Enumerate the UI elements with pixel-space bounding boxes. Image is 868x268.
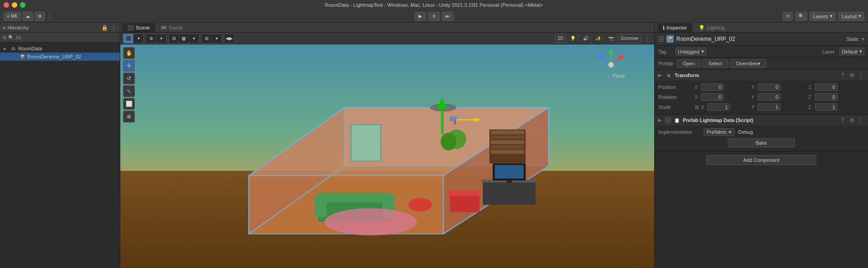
hier-item-roomdeneme[interactable]: ▶ 📦 RoomDeneme_URP_02 ⋮ — [0, 53, 120, 61]
tab-game[interactable]: 🎮 Game — [155, 23, 188, 32]
svg-rect-27 — [491, 131, 524, 135]
tab-lighting[interactable]: 💡 Lighting — [693, 23, 730, 32]
layer-dropdown-icon: ▾ — [859, 49, 862, 54]
transform-all-btn[interactable]: ⊕ — [123, 111, 135, 122]
persp-toggle-btn[interactable]: 2D — [555, 34, 566, 43]
hand-tool-btn[interactable]: ✋ — [123, 47, 135, 59]
more-icon[interactable]: ⋮ — [112, 46, 116, 51]
title-bar: RoomData - LightmapTest - Windows, Mac, … — [0, 0, 868, 10]
prefab-select-btn[interactable]: Select — [702, 59, 728, 68]
move-mode-btn[interactable]: ⊕ — [146, 34, 156, 43]
scale-x-input[interactable] — [707, 103, 730, 111]
scale-y-input[interactable] — [758, 103, 780, 111]
object-name: RoomDeneme_URP_02 — [676, 36, 843, 42]
implementation-dropdown[interactable]: Prefabric ▾ — [704, 128, 735, 136]
audio-toggle-btn[interactable]: 🔊 — [580, 34, 591, 43]
search-button[interactable]: 🔍 — [795, 12, 807, 21]
transform-title: Transform — [675, 73, 836, 78]
draw-tool-btn[interactable]: ⬛ — [123, 34, 133, 43]
tab-scene[interactable]: ⬛ Scene — [122, 23, 155, 32]
lightmap-header[interactable]: ▶ ✓ 📋 Prefab Lightmap Data (Script) ? ⚙ … — [655, 115, 868, 126]
layers-dropdown[interactable]: Layers ▾ — [810, 12, 836, 21]
account-button[interactable]: ≡ MK — [4, 12, 21, 21]
snap-tools-group: ⊞ ▾ — [201, 34, 222, 44]
scene-more-btn[interactable]: ⋮ — [642, 35, 651, 42]
grid-btn[interactable]: ⊞ — [169, 34, 179, 43]
account-group: ≡ MK ☁ ⚙ — [4, 12, 45, 21]
move-tool-btn[interactable]: ✛ — [123, 60, 135, 72]
more-icon[interactable]: ⋮ — [112, 54, 116, 59]
scale-link-axis: ⛓ X — [695, 103, 750, 111]
active-toggle[interactable]: ✓ — [658, 36, 664, 42]
transform-settings-icon[interactable]: ⚙ — [848, 72, 855, 79]
hierarchy-panel: ≡ Hierarchy 🔒 ⋮ ⊞ 🔍 All ▶ 🗂 RoomData ⋮ ▶ — [0, 23, 120, 268]
lightmap-help-icon[interactable]: ? — [839, 117, 846, 124]
position-z-input[interactable] — [815, 83, 838, 91]
debug-button[interactable]: Debug — [738, 129, 753, 135]
snap-dropdown[interactable]: ▾ — [212, 34, 222, 43]
position-y-input[interactable] — [758, 83, 780, 91]
layer-dropdown[interactable]: Default ▾ — [839, 48, 864, 55]
hierarchy-expand-icon: ≡ — [3, 25, 5, 30]
prefab-open-btn[interactable]: Open — [676, 59, 700, 68]
light-toggle-btn[interactable]: 💡 — [567, 34, 578, 43]
hierarchy-content[interactable]: ▶ 🗂 RoomData ⋮ ▶ 📦 RoomDeneme_URP_02 ⋮ — [0, 43, 120, 268]
effects-toggle-btn[interactable]: ✨ — [593, 34, 604, 43]
transform-header[interactable]: ▶ ⊕ Transform ? ⚙ ⋮ — [655, 70, 868, 81]
lightmap-more-icon[interactable]: ⋮ — [857, 117, 864, 124]
gizmos-toggle-btn[interactable]: Gizmos ▾ — [618, 34, 641, 43]
static-dropdown-icon[interactable]: ▾ — [862, 36, 864, 42]
grid-dropdown[interactable]: ▾ — [189, 34, 199, 43]
transform-expand-icon: ▶ — [658, 73, 663, 78]
minimize-button[interactable] — [12, 2, 17, 8]
sx-label: X — [701, 105, 706, 110]
settings-button[interactable]: ⚙ — [35, 12, 45, 21]
grid-sub-btn[interactable]: ▦ — [179, 34, 189, 43]
lightmap-title: Prefab Lightmap Data (Script) — [683, 117, 836, 123]
cloud-button[interactable]: ☁ — [22, 12, 33, 21]
hierarchy-more-icon[interactable]: ⋮ — [110, 24, 117, 31]
svg-point-37 — [441, 133, 457, 151]
add-component-btn[interactable]: Add Component — [706, 155, 816, 165]
rotation-y-input[interactable] — [758, 93, 780, 101]
bake-button[interactable]: Bake — [728, 138, 794, 147]
play-button[interactable]: ▶ — [414, 12, 426, 21]
nav-tools-group: ◀▶ — [224, 34, 235, 44]
hierarchy-lock-icon[interactable]: 🔒 — [101, 24, 108, 31]
mode-dropdown[interactable]: ▾ — [156, 34, 166, 43]
window-title: RoomData - LightmapTest - Windows, Mac, … — [325, 2, 543, 8]
pause-button[interactable]: ⏸ — [428, 12, 440, 21]
history-button[interactable]: ↺ — [783, 12, 793, 21]
hier-item-roomdata[interactable]: ▶ 🗂 RoomData ⋮ — [0, 44, 120, 53]
rotate-tool-btn[interactable]: ↺ — [123, 73, 135, 84]
close-button[interactable] — [4, 2, 9, 8]
scene-viewport[interactable]: ✋ ✛ ↺ ⤡ ⬜ ⊕ — [120, 44, 654, 268]
hierarchy-panel-icons: 🔒 ⋮ — [101, 24, 117, 31]
hier-item-label: RoomData — [18, 46, 42, 51]
ry-label: Y — [751, 95, 757, 100]
rotation-x-input[interactable] — [701, 93, 724, 101]
inspector-content: ✓ 📦 RoomDeneme_URP_02 Static ▾ Tag Untag… — [655, 33, 868, 268]
scale-tool-btn[interactable]: ⤡ — [123, 85, 135, 97]
step-button[interactable]: ⏭ — [442, 12, 454, 21]
position-x-input[interactable] — [701, 83, 724, 91]
maximize-button[interactable] — [20, 2, 25, 8]
layout-dropdown[interactable]: Layout ▾ — [838, 12, 864, 21]
rotation-z-input[interactable] — [815, 93, 838, 101]
nav-btn[interactable]: ◀▶ — [224, 34, 234, 43]
scale-z-input[interactable] — [815, 103, 838, 111]
tag-dropdown[interactable]: Untagged ▾ — [676, 48, 706, 55]
transform-tools-group: ⊕ ▾ — [146, 34, 167, 44]
hierarchy-header: ≡ Hierarchy 🔒 ⋮ — [0, 23, 120, 33]
scale-xyz: ⛓ X Y Z — [695, 103, 864, 111]
rect-tool-btn[interactable]: ⬜ — [123, 98, 135, 110]
prefab-overrides-btn[interactable]: Overrides ▾ — [730, 59, 766, 68]
transform-more-icon[interactable]: ⋮ — [857, 72, 864, 79]
lightmap-settings-icon[interactable]: ⚙ — [848, 117, 855, 124]
snap-btn[interactable]: ⊞ — [202, 34, 212, 43]
transform-help-icon[interactable]: ? — [839, 72, 846, 79]
tab-inspector[interactable]: ℹ Inspector — [657, 23, 692, 32]
lightmap-active-toggle[interactable]: ✓ — [666, 117, 671, 123]
draw-tool-dropdown[interactable]: ▾ — [133, 34, 143, 43]
camera-toggle-btn[interactable]: 📷 — [606, 34, 616, 43]
